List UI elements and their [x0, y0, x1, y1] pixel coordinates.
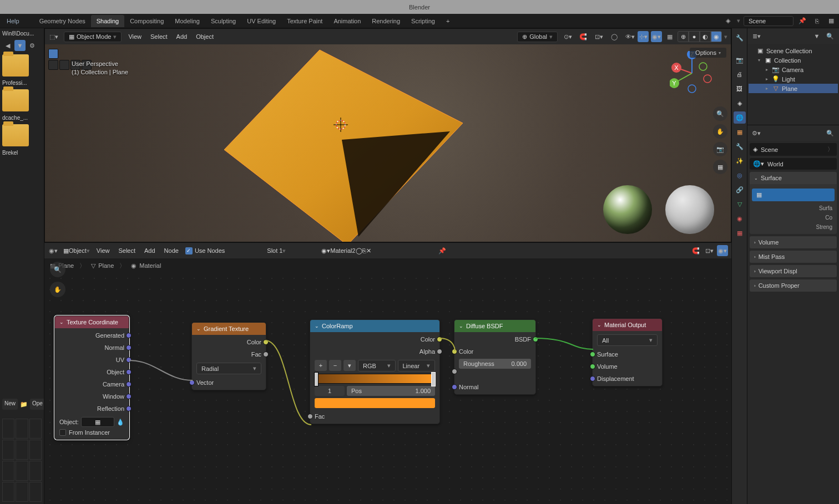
tool[interactable]	[48, 60, 58, 70]
filter-icon[interactable]: ▼	[811, 30, 822, 42]
plane-row[interactable]: ▸▽Plane	[749, 84, 838, 93]
menu-node[interactable]: Node	[162, 247, 181, 254]
back-icon[interactable]: ◀	[2, 40, 13, 51]
input-normal[interactable]: Normal	[454, 381, 535, 393]
output-color[interactable]: Color	[192, 336, 266, 348]
tab-geometry-nodes[interactable]: Geometry Nodes	[34, 15, 91, 27]
data-tab-icon[interactable]: ▽	[734, 198, 746, 210]
menu-select[interactable]: Select	[148, 33, 170, 40]
color-swatch[interactable]	[315, 398, 435, 408]
pan-icon[interactable]: ✋	[713, 124, 727, 139]
overlay-icon[interactable]: ◉▾	[651, 31, 662, 42]
pan-icon[interactable]: ✋	[50, 282, 65, 297]
render-tab-icon[interactable]: 📷	[734, 54, 746, 66]
pin-icon[interactable]: 📌	[437, 245, 448, 256]
breadcrumb-material[interactable]: ◉ Material	[131, 262, 161, 269]
menu-add[interactable]: Add	[142, 247, 158, 254]
snap-icon[interactable]: 🧲	[578, 31, 589, 42]
object-picker[interactable]: ▦	[81, 417, 114, 427]
select-box-tool[interactable]	[48, 49, 58, 59]
roughness-field[interactable]: Roughness0.000	[459, 359, 531, 369]
menu-view[interactable]: View	[126, 33, 144, 40]
input-vector[interactable]: Vector	[192, 376, 266, 389]
world-path[interactable]: 🌐▾World	[750, 158, 837, 170]
pos-field[interactable]: Pos1.000	[347, 386, 435, 396]
node-diffuse-bsdf[interactable]: ⌄Diffuse BSDF BSDF Color Roughness0.000 …	[454, 319, 536, 395]
xray-icon[interactable]: ▦	[664, 31, 675, 42]
object-tab-icon[interactable]: ▦	[734, 126, 746, 138]
output-fac[interactable]: Fac	[192, 348, 266, 360]
viewport-display-panel-header[interactable]: ›Viewport Displ	[750, 265, 837, 277]
menu-select[interactable]: Select	[116, 247, 138, 254]
volume-panel-header[interactable]: ›Volume	[750, 236, 837, 248]
input-fac[interactable]: Fac	[310, 410, 439, 422]
light-row[interactable]: ▸💡Light	[749, 74, 838, 84]
modifier-tab-icon[interactable]: 🔧	[734, 140, 746, 152]
breadcrumb-mesh[interactable]: ▽ Plane	[91, 262, 114, 269]
interp-dropdown[interactable]: Linear▾	[398, 360, 436, 371]
output-bsdf[interactable]: BSDF	[454, 333, 535, 345]
wireframe-icon[interactable]: ⊕	[678, 31, 689, 42]
use-nodes-checkbox[interactable]: ✓Use Nodes	[185, 247, 225, 254]
folder-icon[interactable]	[2, 54, 29, 77]
node-material-output[interactable]: ⌄Material Output All▾ Surface Volume Dis…	[592, 318, 663, 386]
material-preview[interactable]	[665, 185, 714, 234]
tab-scripting[interactable]: Scripting	[406, 15, 441, 27]
snap-target-icon[interactable]: ⊡▾	[593, 31, 604, 42]
tool[interactable]	[59, 60, 69, 70]
camera-row[interactable]: ▸📷Camera	[749, 65, 838, 74]
surface-panel-header[interactable]: ⌄Surface	[750, 172, 837, 184]
orientation-selector[interactable]: ⊕Global▾	[517, 32, 558, 42]
particle-tab-icon[interactable]: ✨	[734, 155, 746, 167]
node-gradient-texture[interactable]: ⌄Gradient Texture Color Fac Radial▾ Vect…	[191, 322, 266, 390]
input-surface[interactable]: Surface	[593, 348, 662, 360]
filter-icon[interactable]: ▼	[14, 40, 26, 51]
solid-icon[interactable]: ●	[689, 31, 700, 42]
tab-shading[interactable]: Shading	[91, 15, 124, 27]
output-uv[interactable]: UV	[55, 354, 129, 366]
matprev-icon[interactable]: ◐	[700, 31, 711, 42]
tools-dropdown[interactable]: ▾	[343, 360, 356, 371]
backdrop-icon[interactable]: ◉▾	[717, 245, 728, 256]
add-stop-button[interactable]: +	[315, 360, 327, 371]
world-tab-icon[interactable]: 🌐	[734, 111, 746, 124]
viewlayer-icon[interactable]: ▦	[826, 16, 837, 27]
folder-label[interactable]: Brekel	[2, 150, 36, 156]
viewport-options[interactable]: Options▾	[690, 48, 726, 58]
tab-compositing[interactable]: Compositing	[124, 15, 169, 27]
overlay-icon[interactable]: ⊡▾	[704, 245, 715, 256]
constraint-tab-icon[interactable]: 🔗	[734, 184, 746, 196]
perspective-icon[interactable]: ▦	[713, 160, 727, 174]
camera-icon[interactable]: 📷	[713, 142, 727, 156]
tab-add[interactable]: +	[441, 15, 455, 27]
visibility-icon[interactable]: 👁▾	[624, 31, 635, 42]
mode-dropdown[interactable]: RGB▾	[358, 360, 396, 371]
menu-view[interactable]: View	[94, 247, 112, 254]
node-texture-coordinate[interactable]: ⌄Texture Coordinate Generated Normal UV …	[54, 315, 129, 440]
input-volume[interactable]: Volume	[593, 360, 662, 373]
target-dropdown[interactable]: All▾	[597, 334, 658, 346]
from-instancer-checkbox[interactable]	[59, 429, 66, 436]
node-canvas[interactable]: ⌄Texture Coordinate Generated Normal UV …	[44, 273, 731, 504]
output-color[interactable]: Color	[310, 333, 439, 345]
scene-path[interactable]: ◈Scene〉	[750, 143, 837, 156]
shader-node-editor[interactable]: ◉▾ ▦Object▾ View Select Add Node ✓Use No…	[44, 242, 731, 504]
slot-selector[interactable]: Slot 1▾	[267, 247, 317, 254]
output-window[interactable]: Window	[55, 390, 129, 403]
tool-tab-icon[interactable]: 🔧	[734, 32, 746, 44]
settings-icon[interactable]: ⚙	[27, 40, 38, 51]
color-stop[interactable]	[431, 372, 436, 386]
input-displacement[interactable]: Displacement	[593, 373, 662, 385]
editor-type-icon[interactable]: ⚙▾	[751, 128, 762, 139]
shader-type-selector[interactable]: ▦Object▾	[63, 247, 90, 254]
plane-object[interactable]	[203, 45, 469, 242]
texture-tab-icon[interactable]: ▦	[734, 227, 746, 239]
new-button[interactable]: New	[2, 399, 18, 410]
tab-rendering[interactable]: Rendering	[366, 15, 406, 27]
remove-stop-button[interactable]: −	[329, 360, 341, 371]
menu-help[interactable]: Help	[2, 18, 24, 24]
custom-props-panel-header[interactable]: ›Custom Proper	[750, 279, 837, 292]
stop-index-field[interactable]: 1	[315, 386, 345, 396]
open-button[interactable]: Ope	[30, 399, 44, 410]
scene-tab-icon[interactable]: ◈	[734, 97, 746, 109]
